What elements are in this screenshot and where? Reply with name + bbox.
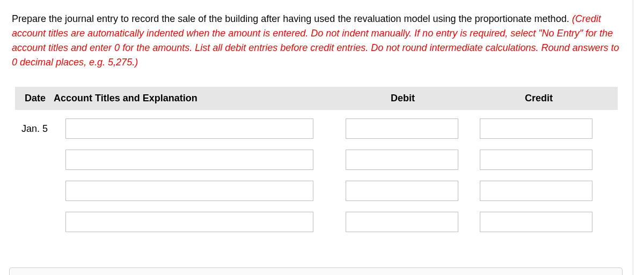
credit-input[interactable] (480, 150, 592, 170)
bottom-panel-edge (9, 267, 623, 275)
account-input[interactable] (65, 150, 313, 170)
credit-cell (478, 181, 612, 201)
credit-input[interactable] (480, 118, 592, 139)
credit-input[interactable] (480, 181, 592, 201)
account-input[interactable] (65, 212, 313, 232)
table-row: Jan. 5 (15, 118, 618, 139)
debit-cell (343, 212, 478, 232)
debit-cell (343, 181, 478, 201)
table-row (15, 212, 618, 232)
content-area: Prepare the journal entry to record the … (0, 0, 633, 232)
table-row (15, 150, 618, 170)
debit-input[interactable] (346, 150, 458, 170)
account-input[interactable] (65, 118, 313, 139)
date-cell: Jan. 5 (15, 123, 54, 135)
credit-cell (478, 212, 612, 232)
credit-input[interactable] (480, 212, 592, 232)
credit-cell (478, 150, 612, 170)
account-cell (54, 150, 343, 170)
table-header-row: Date Account Titles and Explanation Debi… (15, 87, 618, 110)
journal-table: Date Account Titles and Explanation Debi… (15, 87, 618, 232)
table-row (15, 181, 618, 201)
debit-input[interactable] (346, 181, 458, 201)
instructions-black: Prepare the journal entry to record the … (12, 13, 572, 24)
page-frame: Prepare the journal entry to record the … (0, 0, 633, 275)
account-cell (54, 118, 343, 139)
debit-cell (343, 150, 478, 170)
debit-input[interactable] (346, 212, 458, 232)
header-date: Date (15, 93, 54, 104)
credit-cell (478, 118, 612, 139)
debit-input[interactable] (346, 118, 458, 139)
account-input[interactable] (65, 181, 313, 201)
account-cell (54, 212, 343, 232)
instructions-text: Prepare the journal entry to record the … (12, 12, 621, 70)
table-body: Jan. 5 (15, 110, 618, 232)
header-account: Account Titles and Explanation (54, 93, 343, 104)
header-debit: Debit (343, 93, 478, 104)
debit-cell (343, 118, 478, 139)
header-credit: Credit (478, 93, 612, 104)
account-cell (54, 181, 343, 201)
